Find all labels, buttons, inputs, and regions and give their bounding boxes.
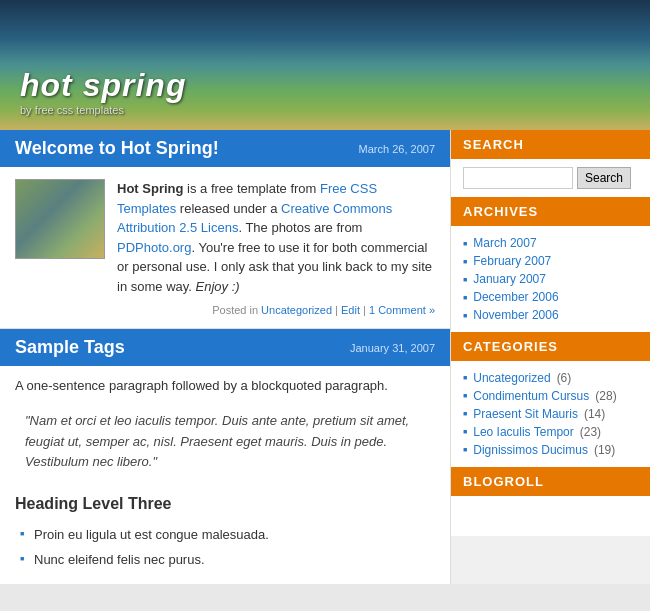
post1-date: March 26, 2007 [359, 143, 435, 155]
cat-count: (6) [557, 371, 572, 385]
sidebar-archives-content: March 2007 February 2007 January 2007 De… [451, 226, 650, 332]
sidebar-archives-section: ARCHIVES March 2007 February 2007 Januar… [451, 197, 650, 332]
post1-body: Hot Spring is a free template from Free … [0, 167, 450, 329]
archive-link[interactable]: January 2007 [473, 272, 546, 286]
post1-comment-link[interactable]: 1 Comment » [369, 304, 435, 316]
sidebar-search-title: SEARCH [451, 130, 650, 159]
main-content: Welcome to Hot Spring! March 26, 2007 Ho… [0, 130, 450, 584]
archive-link[interactable]: December 2006 [473, 290, 558, 304]
site-header: hot spring by free css templates [0, 0, 650, 130]
archive-link[interactable]: November 2006 [473, 308, 558, 322]
sidebar-archives-title: ARCHIVES [451, 197, 650, 226]
link-pdphoto[interactable]: PDPhoto.org [117, 240, 191, 255]
sidebar-blogroll-content [451, 496, 650, 536]
post1-cat-link[interactable]: Uncategorized [261, 304, 332, 316]
post1-header: Welcome to Hot Spring! March 26, 2007 [0, 130, 450, 167]
sidebar-search-section: SEARCH Search [451, 130, 650, 197]
archive-item: November 2006 [463, 306, 638, 324]
sidebar-search-content: Search [451, 159, 650, 197]
list-item: Nunc eleifend felis nec purus. [20, 550, 435, 571]
archive-list: March 2007 February 2007 January 2007 De… [463, 234, 638, 324]
post2-bullet-list: Proin eu ligula ut est congue malesuada.… [15, 525, 435, 571]
post2-intro: A one-sentence paragraph followed by a b… [15, 376, 435, 397]
post1-thumbnail [15, 179, 105, 259]
cat-count: (28) [595, 389, 616, 403]
archive-item: January 2007 [463, 270, 638, 288]
cat-item: Praesent Sit Mauris (14) [463, 405, 638, 423]
cat-count: (14) [584, 407, 605, 421]
cat-item: Condimentum Cursus (28) [463, 387, 638, 405]
search-button[interactable]: Search [577, 167, 631, 189]
archive-link[interactable]: February 2007 [473, 254, 551, 268]
post2-date: January 31, 2007 [350, 342, 435, 354]
categories-list: Uncategorized (6) Condimentum Cursus (28… [463, 369, 638, 459]
sidebar-categories-section: CATEGORIES Uncategorized (6) Condimentum… [451, 332, 650, 467]
post1-text: Hot Spring is a free template from Free … [117, 179, 435, 296]
sidebar: SEARCH Search ARCHIVES March 2007 Februa… [450, 130, 650, 584]
search-input[interactable] [463, 167, 573, 189]
cat-link[interactable]: Condimentum Cursus [473, 389, 589, 403]
sidebar-categories-content: Uncategorized (6) Condimentum Cursus (28… [451, 361, 650, 467]
archive-item: March 2007 [463, 234, 638, 252]
post2-blockquote: "Nam et orci et leo iaculis tempor. Duis… [15, 405, 435, 479]
archive-link[interactable]: March 2007 [473, 236, 536, 250]
post2-header: Sample Tags January 31, 2007 [0, 329, 450, 366]
site-subtitle: by free css templates [20, 104, 186, 116]
archive-item: February 2007 [463, 252, 638, 270]
site-title: hot spring [20, 67, 186, 104]
post2-heading3: Heading Level Three [15, 491, 435, 517]
search-box: Search [463, 167, 638, 189]
sidebar-blogroll-section: BLOGROLL [451, 467, 650, 536]
cat-item: Leo Iaculis Tempor (23) [463, 423, 638, 441]
sidebar-categories-title: CATEGORIES [451, 332, 650, 361]
cat-link[interactable]: Praesent Sit Mauris [473, 407, 578, 421]
post1-title: Welcome to Hot Spring! [15, 138, 219, 159]
post1-edit-link[interactable]: Edit [341, 304, 360, 316]
cat-item: Uncategorized (6) [463, 369, 638, 387]
list-item: Proin eu ligula ut est congue malesuada. [20, 525, 435, 546]
cat-count: (23) [580, 425, 601, 439]
post2-title: Sample Tags [15, 337, 125, 358]
cat-link[interactable]: Leo Iaculis Tempor [473, 425, 574, 439]
cat-item: Dignissimos Ducimus (19) [463, 441, 638, 459]
cat-count: (19) [594, 443, 615, 457]
archive-item: December 2006 [463, 288, 638, 306]
post1-bold: Hot Spring [117, 181, 183, 196]
post1-meta: Posted in Uncategorized | Edit | 1 Comme… [15, 304, 435, 316]
sidebar-blogroll-title: BLOGROLL [451, 467, 650, 496]
cat-link[interactable]: Uncategorized [473, 371, 550, 385]
cat-link[interactable]: Dignissimos Ducimus [473, 443, 588, 457]
post1-emphasis: Enjoy :) [196, 279, 240, 294]
post2-body: A one-sentence paragraph followed by a b… [0, 366, 450, 584]
